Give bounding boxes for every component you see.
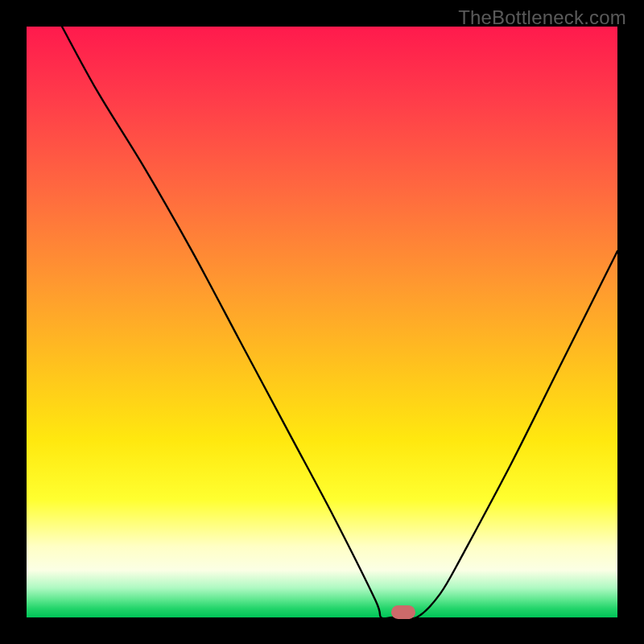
plot-area (27, 27, 617, 617)
chart-frame: TheBottleneck.com (0, 0, 644, 644)
bottleneck-curve (27, 27, 617, 617)
attribution-watermark: TheBottleneck.com (458, 6, 626, 29)
optimal-point-marker (391, 605, 415, 619)
